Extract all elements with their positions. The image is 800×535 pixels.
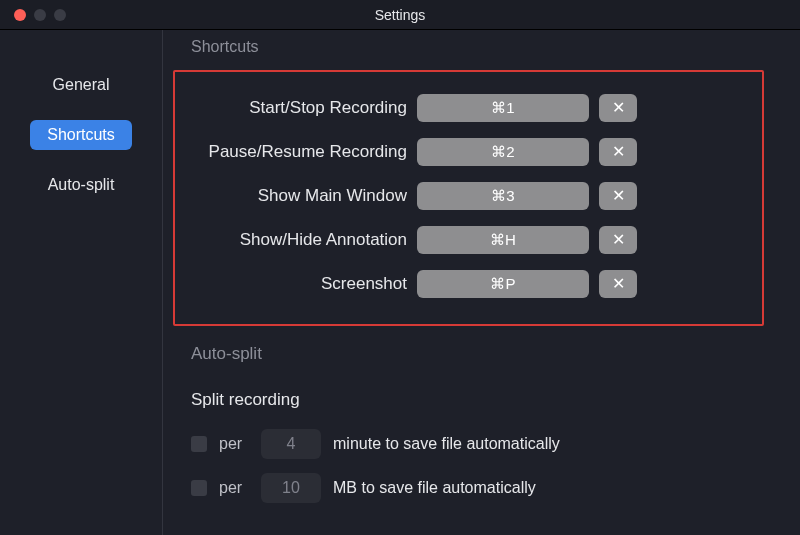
shortcut-label: Screenshot (193, 274, 407, 294)
shortcut-clear-button[interactable]: ✕ (599, 94, 637, 122)
window-title: Settings (0, 7, 800, 23)
section-heading-autosplit: Auto-split (191, 344, 770, 364)
shortcut-row: Pause/Resume Recording ⌘2 ✕ (193, 130, 744, 174)
autosplit-minute-checkbox[interactable] (191, 436, 207, 452)
close-icon: ✕ (612, 232, 625, 248)
shortcut-row: Show Main Window ⌘3 ✕ (193, 174, 744, 218)
sidebar-item-general[interactable]: General (30, 70, 132, 100)
autosplit-subheading: Split recording (191, 390, 770, 410)
shortcut-label: Show Main Window (193, 186, 407, 206)
sidebar-item-label: Auto-split (48, 176, 115, 193)
close-icon: ✕ (612, 188, 625, 204)
autosplit-mb-input[interactable]: 10 (261, 473, 321, 503)
shortcuts-highlight-box: Start/Stop Recording ⌘1 ✕ Pause/Resume R… (173, 70, 764, 326)
shortcut-key-input[interactable]: ⌘P (417, 270, 589, 298)
shortcut-label: Pause/Resume Recording (193, 142, 407, 162)
close-icon: ✕ (612, 276, 625, 292)
shortcut-row: Start/Stop Recording ⌘1 ✕ (193, 86, 744, 130)
per-label: per (219, 435, 249, 453)
autosplit-minute-suffix: minute to save file automatically (333, 435, 560, 453)
section-heading-shortcuts: Shortcuts (191, 38, 770, 56)
close-window-button[interactable] (14, 9, 26, 21)
autosplit-mb-checkbox[interactable] (191, 480, 207, 496)
titlebar: Settings (0, 0, 800, 30)
sidebar-item-label: General (53, 76, 110, 93)
autosplit-row: per 4 minute to save file automatically (191, 422, 770, 466)
shortcut-row: Screenshot ⌘P ✕ (193, 262, 744, 306)
shortcut-clear-button[interactable]: ✕ (599, 226, 637, 254)
close-icon: ✕ (612, 144, 625, 160)
shortcut-key-input[interactable]: ⌘2 (417, 138, 589, 166)
sidebar-item-label: Shortcuts (47, 126, 115, 143)
zoom-window-button[interactable] (54, 9, 66, 21)
settings-panel: Shortcuts Start/Stop Recording ⌘1 ✕ Paus… (162, 30, 800, 535)
shortcut-row: Show/Hide Annotation ⌘H ✕ (193, 218, 744, 262)
autosplit-row: per 10 MB to save file automatically (191, 466, 770, 510)
autosplit-mb-suffix: MB to save file automatically (333, 479, 536, 497)
minimize-window-button[interactable] (34, 9, 46, 21)
shortcut-key-input[interactable]: ⌘3 (417, 182, 589, 210)
shortcut-key-input[interactable]: ⌘H (417, 226, 589, 254)
shortcut-clear-button[interactable]: ✕ (599, 270, 637, 298)
sidebar-item-autosplit[interactable]: Auto-split (30, 170, 132, 200)
shortcut-clear-button[interactable]: ✕ (599, 182, 637, 210)
shortcut-label: Show/Hide Annotation (193, 230, 407, 250)
sidebar-item-shortcuts[interactable]: Shortcuts (30, 120, 132, 150)
window-controls (14, 9, 66, 21)
shortcut-label: Start/Stop Recording (193, 98, 407, 118)
close-icon: ✕ (612, 100, 625, 116)
shortcut-clear-button[interactable]: ✕ (599, 138, 637, 166)
sidebar: General Shortcuts Auto-split (0, 30, 162, 535)
autosplit-minute-input[interactable]: 4 (261, 429, 321, 459)
per-label: per (219, 479, 249, 497)
shortcut-key-input[interactable]: ⌘1 (417, 94, 589, 122)
